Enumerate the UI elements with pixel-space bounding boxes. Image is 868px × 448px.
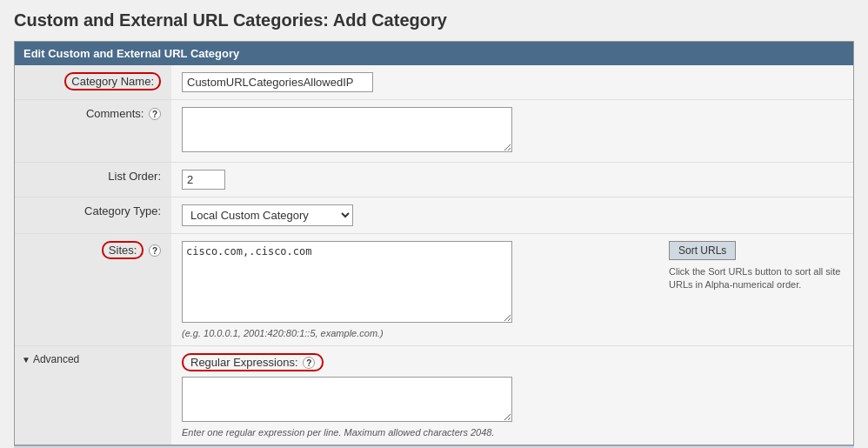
sites-value-cell: cisco.com,.cisco.com (e.g. 10.0.0.1, 200… [171, 234, 853, 345]
category-name-label-cell: Category Name: [15, 65, 171, 100]
comments-label: Comments: [86, 107, 144, 120]
sort-urls-button[interactable]: Sort URLs [669, 241, 736, 260]
category-name-input[interactable] [182, 72, 373, 92]
regexp-hint: Enter one regular expression per line. M… [182, 427, 843, 438]
category-type-label: Category Type: [84, 204, 161, 217]
sites-row: Sites: ? cisco.com,.cisco.com (e.g. 10.0… [15, 234, 853, 346]
sites-label-cell: Sites: ? [15, 234, 171, 346]
sort-description: Click the Sort URLs button to sort all s… [669, 265, 843, 292]
comments-textarea[interactable] [182, 107, 512, 152]
regexp-label-box: Regular Expressions: ? [182, 353, 324, 371]
category-name-value-cell [171, 65, 853, 100]
regexp-help-icon[interactable]: ? [303, 357, 315, 369]
category-type-label-cell: Category Type: [15, 197, 171, 234]
category-type-row: Category Type: Local Custom Category Ext… [15, 197, 853, 234]
category-name-label: Category Name: [64, 72, 161, 90]
edit-panel: Edit Custom and External URL Category Ca… [14, 41, 854, 445]
form-table: Category Name: Comments: ? List [15, 65, 853, 445]
advanced-row: ▼ Advanced Regular Expressions: ? Enter … [15, 346, 853, 445]
advanced-value-cell: Regular Expressions: ? Enter one regular… [171, 346, 853, 445]
list-order-value-cell [171, 163, 853, 197]
page-container: Custom and External URL Categories: Add … [0, 0, 868, 448]
list-order-label: List Order: [108, 170, 161, 183]
sites-right: Sort URLs Click the Sort URLs button to … [669, 241, 843, 292]
comments-row: Comments: ? [15, 100, 853, 163]
list-order-row: List Order: [15, 163, 853, 197]
sites-textarea[interactable]: cisco.com,.cisco.com [182, 241, 512, 323]
advanced-arrow-icon: ▼ [22, 355, 30, 364]
regexp-textarea-wrapper [182, 377, 843, 425]
sites-help-icon[interactable]: ? [149, 244, 161, 257]
category-type-value-cell: Local Custom Category External Live Feed… [171, 197, 853, 234]
sites-label: Sites: [102, 241, 144, 259]
regexp-label: Regular Expressions: [190, 356, 298, 369]
advanced-label-cell: ▼ Advanced [15, 346, 171, 445]
list-order-input[interactable] [182, 170, 225, 190]
regexp-textarea[interactable] [182, 377, 512, 422]
comments-value-cell [171, 100, 853, 163]
page-title: Custom and External URL Categories: Add … [14, 10, 854, 30]
advanced-label: Advanced [33, 353, 79, 365]
sites-hint: (e.g. 10.0.0.1, 2001:420:80:1::5, exampl… [182, 328, 658, 338]
list-order-label-cell: List Order: [15, 163, 171, 197]
advanced-toggle[interactable]: ▼ Advanced [22, 353, 161, 365]
comments-help-icon[interactable]: ? [149, 108, 161, 120]
panel-header: Edit Custom and External URL Category [15, 42, 853, 65]
category-type-select[interactable]: Local Custom Category External Live Feed… [182, 204, 353, 226]
sites-left: cisco.com,.cisco.com (e.g. 10.0.0.1, 200… [182, 241, 658, 338]
comments-label-cell: Comments: ? [15, 100, 171, 163]
category-name-row: Category Name: [15, 65, 853, 100]
